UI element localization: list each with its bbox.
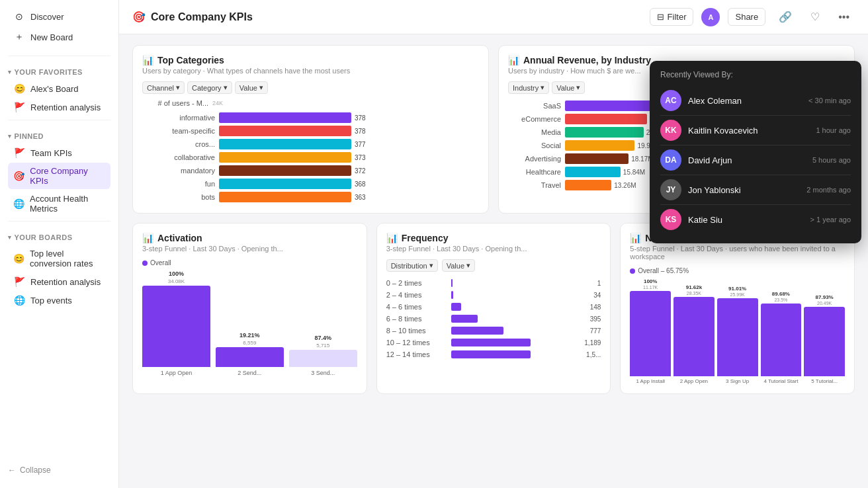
avatar: JY [660, 179, 681, 200]
sidebar-item-retention-fav[interactable]: 🚩 Retention analysis [8, 99, 110, 116]
list-item: 10 – 12 times 1,189 [386, 337, 601, 348]
sidebar-item-top-level-conversion[interactable]: 😊 Top level conversion rates [8, 245, 110, 272]
activation-subtitle: 3-step Funnel · Last 30 Days · Opening t… [142, 245, 357, 253]
list-item: 2 – 4 times 34 [386, 289, 601, 301]
recently-viewed-popup: Recently Viewed By: AC Alex Coleman < 30… [650, 61, 861, 243]
pinned-chevron-icon: ▾ [8, 133, 12, 140]
onboarding-subtitle: 5-step Funnel · Last 30 Days · users who… [630, 245, 845, 261]
list-item: informative 378 [142, 111, 479, 124]
sidebar-item-account-health[interactable]: 🌐 Account Health Metrics [8, 190, 110, 217]
list-item: AC Alex Coleman < 30 min ago [660, 86, 851, 116]
table-row: 19.21% 6,559 2 Send... [216, 270, 284, 376]
sidebar-item-team-kpis[interactable]: 🚩 Team KPIs [8, 144, 110, 161]
collapse-label: Collapse [20, 466, 51, 475]
value-dropdown[interactable]: Value ▾ [235, 81, 268, 94]
annual-revenue-title: Annual Revenue, by Industry [523, 55, 651, 65]
channel-dropdown[interactable]: Channel ▾ [142, 81, 185, 94]
frequency-icon: 📊 [386, 233, 398, 243]
top-categories-icon: 📊 [142, 55, 153, 65]
new-board-label: New Board [30, 32, 73, 42]
filter-icon: ⊟ [657, 12, 664, 22]
boards-chevron-icon: ▾ [8, 234, 12, 241]
table-row: 100% 34.08K 1 App Open [142, 270, 210, 376]
collapse-button[interactable]: ← Collapse [8, 466, 110, 475]
distribution-dropdown[interactable]: Distribution ▾ [386, 259, 438, 272]
team-kpis-label: Team KPIs [30, 148, 72, 158]
list-item: fun 368 [142, 177, 479, 190]
header: 🎯 Core Company KPIs ⊟ Filter A Share 🔗 ♡… [119, 0, 868, 34]
plus-icon: ＋ [13, 31, 25, 43]
avatar: KK [660, 120, 681, 141]
bottom-cards-grid: 📊 Activation 3-step Funnel · Last 30 Day… [132, 223, 855, 394]
discover-label: Discover [30, 12, 64, 22]
favorites-items: 😊 Alex's Board 🚩 Retention analysis [8, 80, 110, 116]
sidebar-new-board[interactable]: ＋ New Board [8, 28, 110, 46]
title-text: Core Company KPIs [151, 11, 253, 23]
industry-dropdown[interactable]: Industry ▾ [508, 81, 549, 94]
frequency-value-dropdown[interactable]: Value ▾ [442, 259, 475, 272]
account-health-label: Account Health Metrics [30, 194, 105, 214]
retention-board-label: Retention analysis [30, 277, 101, 287]
sidebar-item-retention-board[interactable]: 🚩 Retention analysis [8, 273, 110, 290]
onboarding-overall: Overall – 65.75% [630, 267, 845, 274]
revenue-value-dropdown[interactable]: Value ▾ [552, 81, 585, 94]
favorite-button[interactable]: ♡ [805, 7, 825, 26]
link-button[interactable]: 🔗 [773, 7, 797, 26]
pinned-section: ▾ Pinned 🚩 Team KPIs 🎯 Core Company KPIs… [0, 130, 118, 217]
favorites-label: Your Favorites [15, 68, 83, 76]
frequency-title: Frequency [402, 233, 449, 243]
activation-title: Activation [157, 233, 202, 243]
table-row: 89.68% 23.5% 4 Tutorial Start [761, 278, 802, 384]
table-row: 91.62k 28.35K 2 App Open [673, 278, 715, 384]
collapse-arrow-icon: ← [8, 466, 16, 475]
annual-revenue-icon: 📊 [508, 55, 519, 65]
list-item: KS Katie Siu > 1 year ago [660, 205, 851, 234]
sidebar-footer: ← Collapse [0, 460, 118, 480]
table-row: 91.01% 25.99K 3 Sign Up [717, 278, 758, 384]
more-button[interactable]: ••• [833, 8, 855, 26]
onboarding-icon: 📊 [630, 233, 641, 243]
pinned-toggle[interactable]: ▾ Pinned [8, 130, 110, 143]
main-area: 🎯 Core Company KPIs ⊟ Filter A Share 🔗 ♡… [119, 0, 868, 488]
list-item: 8 – 10 times 777 [386, 325, 601, 337]
onboarding-funnel: 100% 11.17K 1 App Install 91.62k 28.35K … [630, 278, 845, 384]
sidebar-item-top-events[interactable]: 🌐 Top events [8, 292, 110, 309]
frequency-table: 0 – 2 times 1 2 – 4 times 34 4 – 6 times… [386, 277, 601, 360]
boards-label: Your Boards [15, 233, 73, 241]
sidebar-discover[interactable]: ⊙ Discover [8, 8, 110, 25]
category-dropdown[interactable]: Category ▾ [187, 81, 232, 94]
favorites-toggle[interactable]: ▾ Your Favorites [8, 65, 110, 79]
header-actions: ⊟ Filter A Share 🔗 ♡ ••• [650, 7, 855, 26]
core-company-kpis-label: Core Company KPIs [30, 166, 105, 186]
top-categories-bars: informative 378 team-specific 378 cros..… [142, 111, 479, 204]
table-row: 100% 11.17K 1 App Install [630, 278, 671, 384]
sidebar: ⊙ Discover ＋ New Board ▾ Your Favorites … [0, 0, 119, 488]
new-user-onboarding-card: 📊 New User Onboarding 5-step Funnel · La… [620, 223, 855, 394]
table-row: 87.93% 20.49K 5 Tutorial... [804, 278, 845, 384]
discover-icon: ⊙ [13, 11, 25, 22]
alexs-board-label: Alex's Board [30, 84, 79, 94]
sidebar-item-alexs-board[interactable]: 😊 Alex's Board [8, 80, 110, 97]
pinned-items: 🚩 Team KPIs 🎯 Core Company KPIs 🌐 Accoun… [8, 144, 110, 217]
share-label: Share [735, 12, 758, 22]
filter-button[interactable]: ⊟ Filter [650, 8, 694, 26]
boards-items: 😊 Top level conversion rates 🚩 Retention… [8, 245, 110, 309]
list-item: 12 – 14 times 1,5... [386, 348, 601, 360]
avatar: AC [660, 90, 681, 111]
content-area: 📊 Top Categories Users by category · Wha… [119, 34, 868, 488]
list-item: KK Kaitlin Kovacevich 1 hour ago [660, 116, 851, 145]
share-button[interactable]: Share [728, 8, 765, 26]
list-item: mandatory 372 [142, 164, 479, 177]
top-events-label: Top events [30, 296, 72, 305]
activation-overall: Overall [142, 259, 357, 266]
list-item: DA David Arjun 5 hours ago [660, 145, 851, 175]
avatar: KS [660, 209, 681, 230]
pinned-label: Pinned [15, 132, 44, 140]
table-row: 87.4% 5,715 3 Send... [289, 270, 357, 376]
activation-funnel: 100% 34.08K 1 App Open 19.21% 6,559 2 Se… [142, 270, 357, 376]
list-item: team-specific 378 [142, 124, 479, 138]
list-item: bots 363 [142, 190, 479, 204]
filter-label: Filter [668, 12, 687, 22]
sidebar-item-core-company-kpis[interactable]: 🎯 Core Company KPIs [8, 163, 110, 189]
boards-toggle[interactable]: ▾ Your Boards [8, 231, 110, 244]
